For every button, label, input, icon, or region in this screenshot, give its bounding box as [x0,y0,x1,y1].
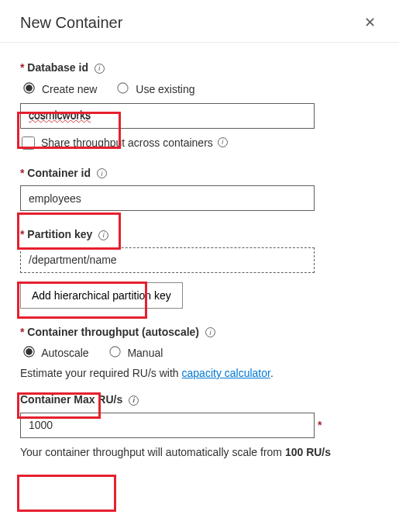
throughput-label-text: Container throughput (autoscale) [27,326,199,338]
info-icon[interactable]: i [218,137,228,147]
container-id-group: * Container id i [20,167,379,212]
partition-key-label: * Partition key i [20,228,379,241]
throughput-manual-radio[interactable] [109,346,120,357]
throughput-manual-label: Manual [127,347,163,359]
container-id-label-text: Container id [27,167,91,179]
container-id-input[interactable] [20,185,315,211]
estimate-prefix: Estimate your required RU/s with [20,367,182,379]
container-max-ru-label-text: Container Max RU/s [20,393,122,406]
container-max-ru-input[interactable] [20,413,315,438]
panel-body: * Database id i Create new Use existing … [0,43,399,458]
add-hierarchical-pk-button[interactable]: Add hierarchical partition key [20,282,183,309]
db-create-new-radio[interactable] [23,82,34,93]
database-mode-radio-row: Create new Use existing [20,81,379,95]
share-throughput-row: Share throughput across containers i [20,136,379,150]
database-id-input[interactable] [20,103,315,129]
required-marker: * [20,326,24,338]
partition-key-label-text: Partition key [27,228,92,240]
throughput-label: * Container throughput (autoscale) i [20,326,379,339]
highlight-box [17,475,116,512]
db-use-existing-radio[interactable] [118,82,129,93]
info-icon[interactable]: i [205,327,215,337]
database-id-label-text: Database id [27,61,88,74]
partition-key-group: * Partition key i Add hierarchical parti… [20,228,379,309]
db-use-existing-option[interactable]: Use existing [114,83,194,95]
throughput-autoscale-radio[interactable] [23,346,34,357]
share-throughput-label: Share throughput across containers [41,136,213,149]
info-icon[interactable]: i [129,396,139,406]
info-icon[interactable]: i [97,168,107,178]
throughput-autoscale-label: Autoscale [41,347,88,359]
capacity-calculator-link[interactable]: capacity calculator [182,367,270,379]
panel-title: New Container [20,14,122,32]
partition-key-input[interactable] [20,247,315,273]
container-id-label: * Container id i [20,167,379,180]
footer-prefix: Your container throughput will automatic… [20,446,285,458]
throughput-helper-text: Estimate your required RU/s with capacit… [20,367,379,379]
close-icon[interactable]: ✕ [361,11,379,34]
required-marker: * [20,167,24,179]
share-throughput-checkbox[interactable] [22,136,35,150]
throughput-group: * Container throughput (autoscale) i Aut… [20,326,379,458]
estimate-suffix: . [270,367,273,379]
panel-header: New Container ✕ [0,0,399,43]
throughput-footer-text: Your container throughput will automatic… [20,446,379,458]
throughput-autoscale-option[interactable]: Autoscale [20,347,92,359]
required-marker: * [318,419,322,431]
required-marker: * [20,228,24,240]
info-icon[interactable]: i [98,230,108,240]
db-create-new-option[interactable]: Create new [20,83,100,95]
database-id-group: * Database id i Create new Use existing … [20,61,379,150]
info-icon[interactable]: i [95,64,105,74]
container-max-ru-label: Container Max RU/s i [20,393,379,406]
throughput-manual-option[interactable]: Manual [106,347,163,359]
required-marker: * [20,61,24,74]
database-id-label: * Database id i [20,61,379,74]
db-create-new-label: Create new [42,83,98,95]
db-use-existing-label: Use existing [136,83,194,95]
throughput-mode-radio-row: Autoscale Manual [20,344,379,359]
footer-strong: 100 RU/s [285,446,331,458]
